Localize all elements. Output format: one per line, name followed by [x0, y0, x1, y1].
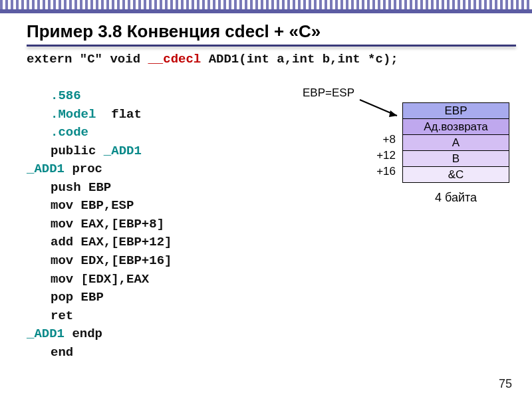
offset-8: +8 — [365, 133, 396, 146]
model-arg: flat — [111, 107, 142, 122]
line-pop: pop EBP — [51, 290, 104, 305]
offset-16: +16 — [365, 165, 396, 178]
line-ret: ret — [51, 309, 73, 323]
pointer-arrow-icon — [358, 96, 405, 122]
code-block: extern "C" void __cdecl ADD1(int a,int b… — [27, 51, 516, 362]
line-push: push EBP — [51, 180, 111, 195]
endp-sym: _ADD1 — [27, 327, 65, 341]
stack-caption: 4 байта — [402, 187, 509, 205]
dir-code: .code — [51, 125, 88, 140]
stack-diagram: EBP=ESP +8 +12 +16 EBP Ад.возврата A B &… — [402, 102, 509, 205]
slide-title: Пример 3.8 Конвенция cdecl + «С» — [27, 21, 516, 42]
proc-sym: _ADD1 — [27, 162, 65, 176]
decl-line: extern "C" void __cdecl ADD1(int a,int b… — [27, 51, 516, 69]
decorative-top-bar — [0, 0, 532, 13]
svg-marker-1 — [389, 110, 397, 117]
slide-body: Пример 3.8 Конвенция cdecl + «С» extern … — [17, 17, 525, 392]
decl-prefix: extern "C" void — [27, 52, 148, 66]
stack-row-b: B — [403, 151, 509, 167]
proc-kw: proc — [65, 162, 102, 176]
endp-kw: endp — [65, 327, 102, 341]
page-number: 75 — [499, 377, 512, 391]
decl-cdecl: __cdecl — [148, 52, 201, 66]
line-add: add EAX,[EBP+12] — [51, 235, 172, 249]
offset-12: +12 — [365, 149, 396, 162]
title-underline — [27, 45, 516, 47]
line-mov2: mov EAX,[EBP+8] — [51, 217, 164, 231]
line-mov3: mov EDX,[EBP+16] — [51, 253, 172, 268]
dir-586: .586 — [51, 88, 81, 103]
line-mov1: mov EBP,ESP — [51, 198, 134, 213]
stack-row-return: Ад.возврата — [403, 119, 509, 135]
dir-model: .Model — [51, 107, 96, 122]
stack-table: EBP Ад.возврата A B &C — [402, 102, 509, 183]
public-sym: _ADD1 — [104, 144, 142, 158]
stack-row-ebp: EBP — [403, 103, 509, 119]
stack-row-addr-c: &C — [403, 167, 509, 183]
dir-public: public — [51, 144, 104, 158]
pointer-label: EBP=ESP — [288, 86, 354, 100]
line-mov4: mov [EDX],EAX — [51, 272, 149, 287]
line-end: end — [51, 345, 73, 360]
stack-row-a: A — [403, 135, 509, 151]
decl-suffix: ADD1(int a,int b,int *c); — [201, 52, 398, 66]
